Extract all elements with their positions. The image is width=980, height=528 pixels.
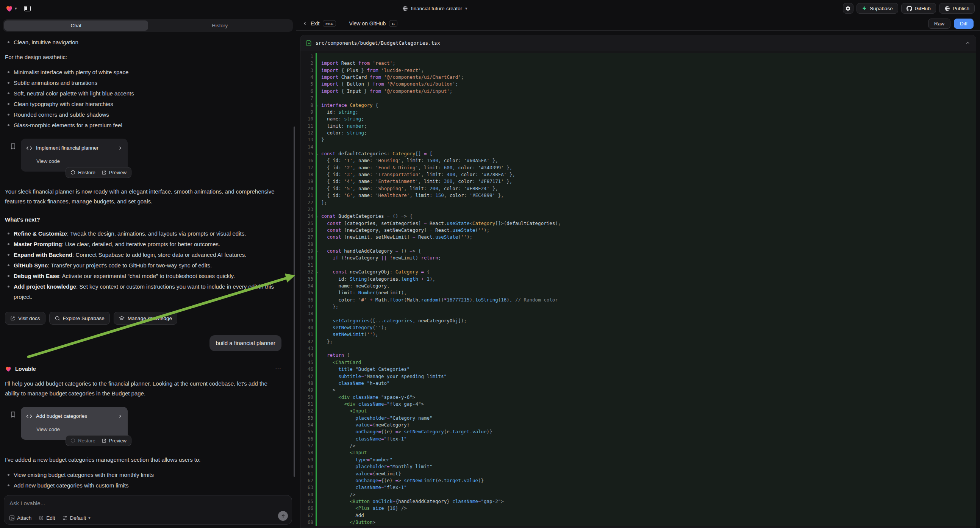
code-line: 55 onChange={(e) => setNewCategory(e.tar… [301,428,976,435]
code-editor[interactable]: 1 2import React from 'react';3import { P… [301,51,976,528]
line-number: 19 [301,178,315,185]
settings-button[interactable] [843,3,853,14]
external-link-icon [102,438,107,443]
code-line: 2import React from 'react'; [301,60,976,67]
code-file-header[interactable]: src/components/budget/BudgetCategories.t… [301,35,976,51]
fold-chevron-icon[interactable]: ⌄ [316,102,318,109]
tab-chat[interactable]: Chat [4,21,148,31]
line-number: 18 [301,171,315,178]
fold-chevron-icon[interactable]: ⌄ [316,150,318,157]
fold-chevron-icon[interactable]: ⌄ [316,248,318,254]
code-line: 10 name: string; [301,116,976,122]
list-item: GitHub Sync: Transfer your project's cod… [5,260,282,270]
view-on-github-button[interactable]: View on GitHub G [349,20,398,27]
code-line: 14 [301,143,976,150]
line-number: 50 [301,394,315,401]
chat-input[interactable]: Ask Lovable... [10,500,286,506]
line-number: 57 [301,442,315,449]
code-line: 11 limit: number; [301,123,976,130]
project-switcher[interactable]: financial-future-creator ▾ [402,0,468,17]
list-item: Subtle animations and transitions [5,78,282,88]
code-line: 51 <div className="flex gap-4"> [301,401,976,407]
bookmark-icon[interactable] [10,143,16,149]
code-line: 35 limit: Number(newLimit), [301,289,976,296]
exit-button[interactable]: Exit ESC [303,20,336,27]
version-card[interactable]: Add budget categoriesView code Restore P… [21,407,128,440]
code-viewer-panel: Exit ESC View on GitHub G Raw Diff src/c… [296,17,980,528]
publish-button[interactable]: Publish [939,3,975,14]
version-card-row: Add budget categories [26,411,123,421]
tab-history[interactable]: History [148,21,292,31]
chat-scrollbar[interactable] [294,127,295,477]
preview-button[interactable]: Preview [102,170,127,175]
code-text: <ChartCard [315,359,976,366]
fold-chevron-icon[interactable]: ⌄ [316,269,318,275]
code-line: 9 id: string; [301,109,976,116]
restore-button[interactable]: Restore [70,438,95,444]
list-item: Rounded corners and subtle shadows [5,110,282,120]
code-line: 20 { id: '5', name: 'Shopping', limit: 2… [301,185,976,192]
version-card[interactable]: Implement financial plannerView code Res… [21,138,128,172]
code-text: className="flex-1" [315,484,976,491]
github-button[interactable]: GitHub [901,3,936,14]
code-line: 54 value={newCategory} [301,421,976,428]
line-number: 25 [301,220,315,227]
code-text [315,53,976,60]
version-actions: Restore Preview [65,435,132,446]
code-line: 57 /> [301,442,976,449]
line-number: 8⌄ [301,102,315,109]
assistant-name: Lovable [15,364,36,374]
message-menu-button[interactable]: ⋯ [275,364,282,374]
arrow-up-icon [281,514,286,518]
view-code-link[interactable]: View code [37,156,123,166]
code-text: /> [315,442,976,449]
line-number: 66 [301,505,315,512]
code-text: > [315,387,976,394]
view-code-link[interactable]: View code [37,425,123,434]
code-text [315,95,976,102]
lovable-heart-icon [5,5,13,13]
preview-button[interactable]: Preview [102,438,127,444]
line-number: 7 [301,95,315,102]
edit-mode-button[interactable]: Edit [38,515,55,521]
chat-scroll-area[interactable]: Clean, intuitive navigationFor the desig… [0,32,296,491]
code-text: <Plus size={16} /> [315,505,976,512]
line-number: 59 [301,456,315,463]
bookmark-icon[interactable] [10,411,16,418]
code-line: 45 <ChartCard [301,359,976,366]
lovable-menu[interactable]: ▾ [5,5,17,13]
composer[interactable]: Ask Lovable... Attach Edit Default ▾ [4,495,292,525]
code-text: type="number" [315,456,976,463]
line-number: 53 [301,415,315,421]
line-number: 36 [301,297,315,304]
code-line: 26 const [newCategory, setNewCategory] =… [301,227,976,234]
send-button[interactable] [278,511,288,521]
line-number: 60 [301,463,315,470]
toggle-sidebar-button[interactable] [22,3,33,14]
top-bar: ▾ financial-future-creator ▾ Supabase Gi… [0,0,980,17]
line-number: 49 [301,387,315,394]
restore-button[interactable]: Restore [70,170,95,175]
version-title: Implement financial planner [36,143,114,153]
line-number: 55 [301,428,315,435]
attach-button[interactable]: Attach [9,515,32,521]
collapse-file-button[interactable] [965,41,970,45]
code-line: 21 { id: '6', name: 'Healthcare', limit:… [301,192,976,199]
line-number: 38 [301,310,315,317]
diff-toggle-button[interactable]: Diff [954,19,974,29]
code-line: 3import { Plus } from 'lucide-react'; [301,67,976,74]
visit-docs-button[interactable]: Visit docs [5,312,45,324]
line-number: 10 [301,116,315,122]
code-line: 31 [301,262,976,269]
raw-toggle-button[interactable]: Raw [928,19,950,29]
mode-selector[interactable]: Default ▾ [62,515,91,521]
chat-bubble-icon [54,315,60,321]
code-text: { id: '5', name: 'Shopping', limit: 200,… [315,185,976,192]
fold-chevron-icon[interactable]: ⌄ [316,213,318,220]
code-text: limit: number; [315,123,976,130]
line-number: 56 [301,436,315,442]
explore-supabase-button[interactable]: Explore Supabase [49,312,110,324]
supabase-button[interactable]: Supabase [856,3,898,14]
code-line: 38 [301,310,976,317]
manage-knowledge-button[interactable]: Manage knowledge [114,312,177,324]
